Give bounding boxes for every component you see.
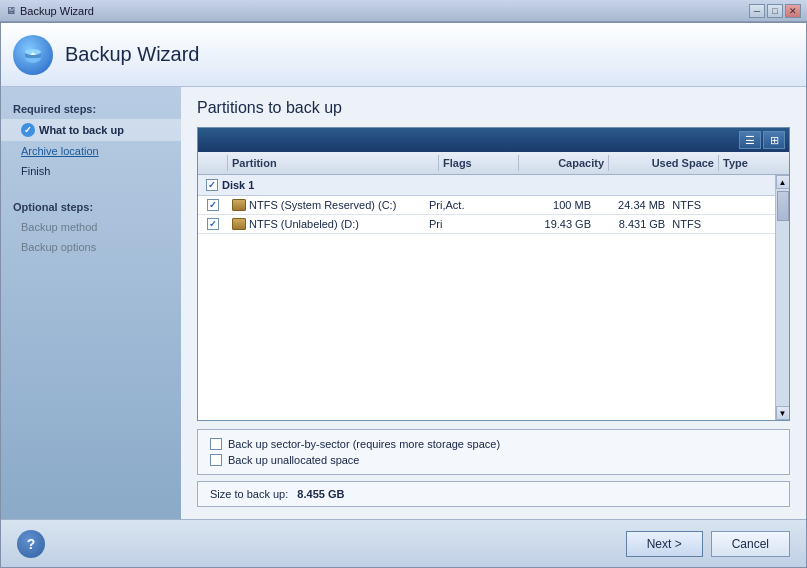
page-title: Partitions to back up: [197, 99, 790, 117]
table-header: Partition Flags Capacity Used Space Type: [198, 152, 789, 175]
col-checkbox: [198, 155, 228, 171]
table-toolbar: ☰ ⊞: [198, 128, 789, 152]
help-button[interactable]: ?: [17, 530, 45, 558]
table-row: NTFS (Unlabeled) (D:) Pri 19.43 GB 8.431…: [198, 215, 775, 234]
titlebar: 🖥 Backup Wizard ─ □ ✕: [0, 0, 807, 22]
close-button[interactable]: ✕: [785, 4, 801, 18]
scroll-up-arrow[interactable]: ▲: [776, 175, 790, 189]
header: Backup Wizard: [1, 23, 806, 87]
col-used-space: Used Space: [609, 155, 719, 171]
partition1-type: [705, 202, 775, 208]
partition1-flags: Pri,Act.: [425, 196, 505, 214]
partition-table: ☰ ⊞ Partition Flags Capacity Used Space …: [197, 127, 790, 421]
optional-section: Optional steps: Backup method Backup opt…: [1, 197, 181, 257]
size-label: Size to back up:: [210, 488, 288, 500]
sidebar-item-backup-options: Backup options: [1, 237, 181, 257]
content-area: Partitions to back up ☰ ⊞ Partition Flag…: [181, 87, 806, 519]
col-type: Type: [719, 155, 789, 171]
optional-steps-label: Optional steps:: [1, 197, 181, 217]
disk1-checkbox[interactable]: [206, 179, 218, 191]
backup-method-label: Backup method: [21, 221, 97, 233]
scrollbar[interactable]: ▲ ▼: [775, 175, 789, 420]
disk1-checkbox-cell: [202, 177, 222, 193]
disk1-row: Disk 1: [198, 175, 775, 196]
required-steps-label: Required steps:: [1, 99, 181, 119]
size-info: Size to back up: 8.455 GB: [197, 481, 790, 507]
restore-button[interactable]: □: [767, 4, 783, 18]
disk1-label: Disk 1: [222, 179, 254, 191]
body: Required steps: ✓ What to back up Archiv…: [1, 87, 806, 519]
partition2-used-space: 8.431 GB NTFS: [595, 215, 705, 233]
col-capacity: Capacity: [519, 155, 609, 171]
sidebar-item-backup-method: Backup method: [1, 217, 181, 237]
sector-option: Back up sector-by-sector (requires more …: [210, 438, 777, 450]
table-row: NTFS (System Reserved) (C:) Pri,Act. 100…: [198, 196, 775, 215]
table-scroll-content: Disk 1 NTFS (System Reserved) (C:) P: [198, 175, 775, 420]
partition2-flags: Pri: [425, 215, 505, 233]
cancel-button[interactable]: Cancel: [711, 531, 790, 557]
scroll-down-arrow[interactable]: ▼: [776, 406, 790, 420]
col-flags: Flags: [439, 155, 519, 171]
partition2-checkbox[interactable]: [207, 218, 219, 230]
sidebar-item-finish[interactable]: Finish: [1, 161, 181, 181]
sidebar-item-finish-label: Finish: [21, 165, 50, 177]
partition2-name: NTFS (Unlabeled) (D:): [228, 215, 425, 233]
toolbar-list-btn[interactable]: ☰: [739, 131, 761, 149]
backup-options-label: Backup options: [21, 241, 96, 253]
sidebar: Required steps: ✓ What to back up Archiv…: [1, 87, 181, 519]
partition1-checkbox[interactable]: [207, 199, 219, 211]
titlebar-controls: ─ □ ✕: [749, 4, 801, 18]
partition1-checkbox-cell: [198, 196, 228, 214]
unallocated-checkbox[interactable]: [210, 454, 222, 466]
disk-icon: [232, 218, 246, 230]
col-partition: Partition: [228, 155, 439, 171]
sidebar-item-archive-label: Archive location: [21, 145, 99, 157]
header-title: Backup Wizard: [65, 43, 200, 66]
check-circle-icon: ✓: [21, 123, 35, 137]
sector-label: Back up sector-by-sector (requires more …: [228, 438, 500, 450]
partition2-type: [705, 221, 775, 227]
options-area: Back up sector-by-sector (requires more …: [197, 429, 790, 475]
size-value: 8.455 GB: [297, 488, 344, 500]
unallocated-option: Back up unallocated space: [210, 454, 777, 466]
partition2-capacity: 19.43 GB: [505, 215, 595, 233]
partition2-checkbox-cell: [198, 215, 228, 233]
header-icon: [13, 35, 53, 75]
sidebar-item-archive-location[interactable]: Archive location: [1, 141, 181, 161]
table-scroll-area: Disk 1 NTFS (System Reserved) (C:) P: [198, 175, 789, 420]
main-window: Backup Wizard Required steps: ✓ What to …: [0, 22, 807, 568]
toolbar-grid-btn[interactable]: ⊞: [763, 131, 785, 149]
scroll-thumb[interactable]: [777, 191, 789, 221]
next-button[interactable]: Next >: [626, 531, 703, 557]
unallocated-label: Back up unallocated space: [228, 454, 359, 466]
titlebar-title: Backup Wizard: [20, 5, 94, 17]
disk-icon: [232, 199, 246, 211]
partition1-used-space: 24.34 MB NTFS: [595, 196, 705, 214]
minimize-button[interactable]: ─: [749, 4, 765, 18]
sidebar-item-what-to-backup[interactable]: ✓ What to back up: [1, 119, 181, 141]
sidebar-item-what-label: What to back up: [39, 124, 124, 136]
partition1-capacity: 100 MB: [505, 196, 595, 214]
footer: ? Next > Cancel: [1, 519, 806, 567]
partition1-name: NTFS (System Reserved) (C:): [228, 196, 425, 214]
sector-checkbox[interactable]: [210, 438, 222, 450]
